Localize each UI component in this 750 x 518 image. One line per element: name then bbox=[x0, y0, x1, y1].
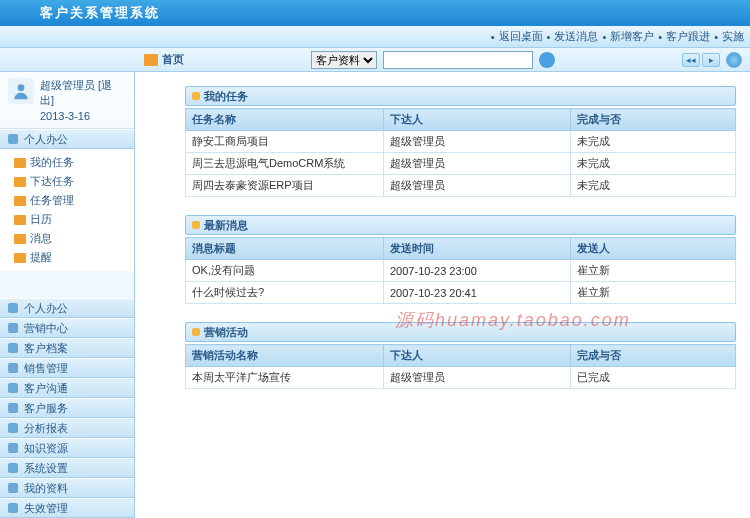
data-table: 营销活动名称下达人完成与否本周太平洋广场宣传超级管理员已完成 bbox=[185, 344, 736, 389]
top-menubar: •返回桌面 •发送消息 •新增客户 •客户跟进 •实施 bbox=[0, 26, 750, 48]
panel-title: 最新消息 bbox=[204, 218, 248, 233]
table-row[interactable]: 本周太平洋广场宣传超级管理员已完成 bbox=[186, 367, 736, 389]
table-cell: 静安工商局项目 bbox=[186, 131, 384, 153]
acc-header[interactable]: 知识资源 bbox=[0, 438, 134, 458]
folder-icon bbox=[14, 253, 26, 263]
table-cell: 超级管理员 bbox=[384, 153, 571, 175]
table-cell: 周三去思源电气DemoCRM系统 bbox=[186, 153, 384, 175]
menu-desktop[interactable]: 返回桌面 bbox=[499, 29, 543, 44]
table-row[interactable]: 静安工商局项目超级管理员未完成 bbox=[186, 131, 736, 153]
column-header: 发送人 bbox=[571, 238, 736, 260]
home-icon bbox=[144, 54, 158, 66]
tree-item[interactable]: 任务管理 bbox=[14, 191, 134, 210]
sidebar-tree: 我的任务 下达任务 任务管理 日历 消息 提醒 bbox=[0, 149, 134, 271]
globe-icon[interactable] bbox=[726, 52, 742, 68]
section-icon bbox=[8, 403, 18, 413]
section-icon bbox=[8, 134, 18, 144]
table-cell: 崔立新 bbox=[571, 260, 736, 282]
acc-header[interactable]: 失效管理 bbox=[0, 498, 134, 518]
table-cell: 周四去泰豪资源ERP项目 bbox=[186, 175, 384, 197]
table-cell: 超级管理员 bbox=[384, 367, 571, 389]
section-icon bbox=[8, 383, 18, 393]
tree-item[interactable]: 下达任务 bbox=[14, 172, 134, 191]
section-icon bbox=[8, 443, 18, 453]
menu-newcust[interactable]: 新增客户 bbox=[610, 29, 654, 44]
section-icon bbox=[8, 303, 18, 313]
app-title: 客户关系管理系统 bbox=[40, 4, 160, 22]
menu-impl[interactable]: 实施 bbox=[722, 29, 744, 44]
nav-back-button[interactable]: ◂◂ bbox=[682, 53, 700, 67]
table-cell: 2007-10-23 20:41 bbox=[384, 282, 571, 304]
home-button[interactable]: 首页 bbox=[144, 52, 184, 67]
panel-header: 我的任务 bbox=[185, 86, 736, 106]
search-go-button[interactable] bbox=[539, 52, 555, 68]
table-cell: 未完成 bbox=[571, 153, 736, 175]
acc-header[interactable]: 客户档案 bbox=[0, 338, 134, 358]
column-header: 下达人 bbox=[384, 345, 571, 367]
home-label: 首页 bbox=[162, 52, 184, 67]
section-icon bbox=[8, 463, 18, 473]
table-cell: OK,没有问题 bbox=[186, 260, 384, 282]
menu-followup[interactable]: 客户跟进 bbox=[666, 29, 710, 44]
bullet-icon bbox=[192, 92, 200, 100]
avatar bbox=[8, 78, 34, 104]
user-role: 超级管理员 bbox=[40, 79, 95, 91]
section-icon bbox=[8, 483, 18, 493]
user-date: 2013-3-16 bbox=[40, 110, 126, 122]
tree-item[interactable]: 我的任务 bbox=[14, 153, 134, 172]
acc-header[interactable]: 销售管理 bbox=[0, 358, 134, 378]
nav-fwd-button[interactable]: ▸ bbox=[702, 53, 720, 67]
panel: 我的任务任务名称下达人完成与否静安工商局项目超级管理员未完成周三去思源电气Dem… bbox=[185, 86, 736, 197]
bullet-icon bbox=[192, 328, 200, 336]
tree-item[interactable]: 提醒 bbox=[14, 248, 134, 267]
sidebar-accordion: 个人办公 我的任务 下达任务 任务管理 日历 消息 提醒 bbox=[0, 129, 134, 271]
main-content: 我的任务任务名称下达人完成与否静安工商局项目超级管理员未完成周三去思源电气Dem… bbox=[135, 72, 750, 518]
section-icon bbox=[8, 343, 18, 353]
column-header: 任务名称 bbox=[186, 109, 384, 131]
search-input[interactable] bbox=[383, 51, 533, 69]
search-type-select[interactable]: 客户资料 bbox=[311, 51, 377, 69]
acc-header[interactable]: 客户服务 bbox=[0, 398, 134, 418]
folder-icon bbox=[14, 234, 26, 244]
acc-header[interactable]: 系统设置 bbox=[0, 458, 134, 478]
acc-header-active[interactable]: 个人办公 bbox=[0, 129, 134, 149]
acc-header[interactable]: 营销中心 bbox=[0, 318, 134, 338]
table-row[interactable]: 什么时候过去?2007-10-23 20:41崔立新 bbox=[186, 282, 736, 304]
tree-item[interactable]: 消息 bbox=[14, 229, 134, 248]
sidebar: 超级管理员 [退出] 2013-3-16 个人办公 我的任务 下达任务 任务管理… bbox=[0, 72, 135, 518]
panel: 营销活动营销活动名称下达人完成与否本周太平洋广场宣传超级管理员已完成 bbox=[185, 322, 736, 389]
table-row[interactable]: 周三去思源电气DemoCRM系统超级管理员未完成 bbox=[186, 153, 736, 175]
table-cell: 未完成 bbox=[571, 131, 736, 153]
acc-header[interactable]: 分析报表 bbox=[0, 418, 134, 438]
tree-item[interactable]: 日历 bbox=[14, 210, 134, 229]
folder-icon bbox=[14, 196, 26, 206]
acc-header[interactable]: 我的资料 bbox=[0, 478, 134, 498]
panel-title: 我的任务 bbox=[204, 89, 248, 104]
panel-header: 营销活动 bbox=[185, 322, 736, 342]
table-cell: 未完成 bbox=[571, 175, 736, 197]
acc-header[interactable]: 个人办公 bbox=[0, 298, 134, 318]
column-header: 下达人 bbox=[384, 109, 571, 131]
section-icon bbox=[8, 503, 18, 513]
column-header: 完成与否 bbox=[571, 109, 736, 131]
table-row[interactable]: OK,没有问题2007-10-23 23:00崔立新 bbox=[186, 260, 736, 282]
panel: 最新消息消息标题发送时间发送人OK,没有问题2007-10-23 23:00崔立… bbox=[185, 215, 736, 304]
table-cell: 已完成 bbox=[571, 367, 736, 389]
bullet-icon bbox=[192, 221, 200, 229]
column-header: 营销活动名称 bbox=[186, 345, 384, 367]
panel-title: 营销活动 bbox=[204, 325, 248, 340]
panel-header: 最新消息 bbox=[185, 215, 736, 235]
acc-header[interactable]: 客户沟通 bbox=[0, 378, 134, 398]
data-table: 任务名称下达人完成与否静安工商局项目超级管理员未完成周三去思源电气DemoCRM… bbox=[185, 108, 736, 197]
menu-sendmsg[interactable]: 发送消息 bbox=[554, 29, 598, 44]
folder-icon bbox=[14, 158, 26, 168]
app-titlebar: 客户关系管理系统 bbox=[0, 0, 750, 26]
table-cell: 什么时候过去? bbox=[186, 282, 384, 304]
column-header: 完成与否 bbox=[571, 345, 736, 367]
section-icon bbox=[8, 323, 18, 333]
table-cell: 2007-10-23 23:00 bbox=[384, 260, 571, 282]
table-row[interactable]: 周四去泰豪资源ERP项目超级管理员未完成 bbox=[186, 175, 736, 197]
section-icon bbox=[8, 423, 18, 433]
section-icon bbox=[8, 363, 18, 373]
column-header: 消息标题 bbox=[186, 238, 384, 260]
